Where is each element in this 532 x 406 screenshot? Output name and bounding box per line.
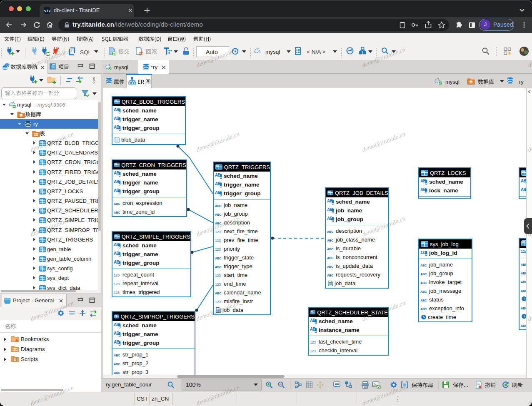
svg-text:ABC: ABC bbox=[327, 247, 334, 251]
svg-text:ABC: ABC bbox=[420, 281, 427, 284]
svg-text:123: 123 bbox=[114, 273, 120, 277]
svg-text:ABC: ABC bbox=[114, 202, 120, 205]
svg-text:ABC: ABC bbox=[215, 265, 222, 269]
svg-text:ABC: ABC bbox=[215, 291, 222, 295]
svg-text:ABC: ABC bbox=[327, 264, 334, 268]
svg-text:ABC: ABC bbox=[420, 263, 427, 267]
svg-text:123: 123 bbox=[215, 247, 221, 252]
svg-text:ABC: ABC bbox=[420, 298, 427, 302]
svg-text:123: 123 bbox=[215, 274, 221, 278]
svg-text:ABC: ABC bbox=[114, 362, 120, 366]
svg-text:ABC: ABC bbox=[420, 272, 427, 276]
svg-text:ABC: ABC bbox=[114, 210, 120, 214]
svg-text:ABC: ABC bbox=[215, 221, 222, 225]
svg-text:ABC: ABC bbox=[215, 212, 222, 216]
svg-text:ABC: ABC bbox=[327, 238, 334, 242]
svg-text:123: 123 bbox=[310, 349, 316, 353]
svg-text:123: 123 bbox=[114, 291, 120, 295]
svg-text:ABC: ABC bbox=[420, 307, 427, 311]
svg-text:123: 123 bbox=[310, 340, 316, 344]
svg-text:ABC: ABC bbox=[327, 229, 334, 233]
svg-text:123: 123 bbox=[215, 282, 221, 286]
svg-text:ABC: ABC bbox=[114, 353, 120, 357]
svg-text:12: 12 bbox=[420, 250, 425, 254]
svg-text:123: 123 bbox=[215, 230, 221, 234]
svg-text:123: 123 bbox=[215, 300, 221, 304]
svg-text:123: 123 bbox=[215, 239, 221, 243]
svg-text:ABC: ABC bbox=[215, 204, 222, 207]
svg-text:123: 123 bbox=[114, 282, 120, 286]
svg-text:ABC: ABC bbox=[114, 371, 120, 374]
svg-text:12: 12 bbox=[521, 249, 525, 254]
svg-text:ABC: ABC bbox=[420, 289, 427, 293]
svg-text:ABC: ABC bbox=[327, 256, 334, 259]
svg-text:ABC: ABC bbox=[327, 273, 334, 277]
svg-text:ABC: ABC bbox=[215, 256, 222, 260]
svg-text:<t>: <t> bbox=[44, 9, 51, 13]
